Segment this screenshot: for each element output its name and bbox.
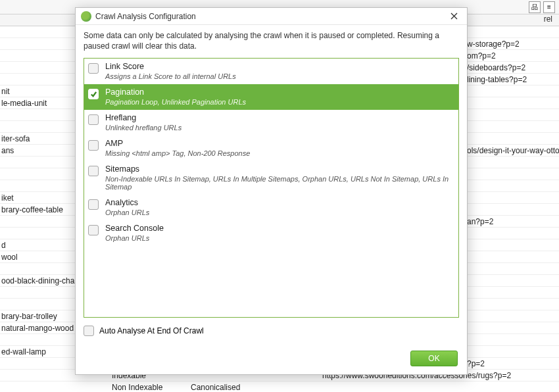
- dialog-titlebar: Crawl Analysis Configuration: [76, 8, 467, 25]
- option-checkbox[interactable]: [88, 140, 99, 151]
- app-icon: [81, 11, 91, 22]
- option-subtitle: Orphan URLs: [105, 208, 453, 216]
- cell-left: nit: [0, 87, 79, 96]
- option-link-score[interactable]: Link ScoreAssigns a Link Score to all in…: [84, 59, 458, 84]
- option-subtitle: Non-Indexable URLs In Sitemap, URLs In M…: [105, 175, 453, 191]
- cell-left: ed-wall-lamp: [0, 347, 79, 356]
- cell-indexable: Non Indexable: [79, 383, 191, 392]
- cell-left: brary-bar-trolley: [0, 312, 79, 321]
- option-checkbox[interactable]: [88, 225, 99, 235]
- option-label: Pagination: [105, 87, 453, 97]
- close-button[interactable]: [446, 9, 462, 24]
- option-subtitle: Unlinked hreflang URLs: [105, 124, 453, 132]
- column-header-right: rel: [544, 14, 552, 26]
- option-text: SitemapsNon-Indexable URLs In Sitemap, U…: [105, 164, 453, 191]
- option-label: AMP: [105, 139, 453, 148]
- option-label: Sitemaps: [105, 164, 453, 174]
- option-search-console[interactable]: Search ConsoleOrphan URLs: [84, 220, 458, 246]
- cell-left: natural-mango-wood: [0, 324, 79, 333]
- option-label: Link Score: [105, 62, 453, 71]
- option-analytics[interactable]: AnalyticsOrphan URLs: [84, 195, 458, 220]
- option-amp[interactable]: AMPMissing <html amp> Tag, Non-200 Respo…: [84, 135, 458, 161]
- cell-left: wool: [0, 253, 79, 262]
- cell-left: ood-black-dining-chai: [0, 276, 79, 285]
- option-sitemaps[interactable]: SitemapsNon-Indexable URLs In Sitemap, U…: [84, 161, 458, 195]
- option-subtitle: Orphan URLs: [105, 234, 453, 242]
- options-list: Link ScoreAssigns a Link Score to all in…: [84, 58, 459, 318]
- crawl-analysis-dialog: Crawl Analysis Configuration Some data c…: [75, 7, 468, 375]
- option-text: Link ScoreAssigns a Link Score to all in…: [105, 62, 453, 80]
- option-label: Search Console: [105, 224, 453, 233]
- option-subtitle: Pagination Loop, Unlinked Pagination URL…: [105, 98, 453, 106]
- option-subtitle: Assigns a Link Score to all internal URL…: [105, 72, 453, 80]
- option-text: AnalyticsOrphan URLs: [105, 198, 453, 216]
- option-text: Search ConsoleOrphan URLs: [105, 224, 453, 242]
- option-text: HreflangUnlinked hreflang URLs: [105, 113, 453, 132]
- list-icon[interactable]: ≡: [543, 1, 555, 13]
- option-subtitle: Missing <html amp> Tag, Non-200 Response: [105, 149, 453, 157]
- option-checkbox[interactable]: [88, 199, 99, 210]
- ok-button[interactable]: OK: [410, 351, 458, 366]
- dialog-buttons: OK: [76, 341, 467, 374]
- option-checkbox[interactable]: [88, 89, 99, 99]
- cell-canon: Canonicalised: [191, 383, 322, 392]
- option-checkbox[interactable]: [88, 166, 99, 176]
- option-label: Hreflang: [105, 113, 453, 122]
- cell-left: ans: [0, 146, 79, 155]
- cell-left: le-media-unit: [0, 99, 79, 108]
- option-hreflang[interactable]: HreflangUnlinked hreflang URLs: [84, 110, 458, 135]
- auto-analyse-checkbox[interactable]: [84, 326, 94, 336]
- dialog-title: Crawl Analysis Configuration: [95, 12, 446, 21]
- option-text: PaginationPagination Loop, Unlinked Pagi…: [105, 87, 453, 106]
- option-checkbox[interactable]: [88, 114, 99, 125]
- cell-left: d: [0, 241, 79, 250]
- option-text: AMPMissing <html amp> Tag, Non-200 Respo…: [105, 139, 453, 157]
- option-checkbox[interactable]: [88, 63, 99, 74]
- option-label: Analytics: [105, 198, 453, 207]
- ok-button-label: OK: [428, 354, 439, 363]
- cell-left: iket: [0, 193, 79, 203]
- dialog-description: Some data can only be calculated by anal…: [76, 25, 467, 58]
- cell-left: iter-sofa: [0, 134, 79, 143]
- sitemap-icon[interactable]: 品: [529, 1, 541, 13]
- auto-analyse-row[interactable]: Auto Analyse At End Of Crawl: [76, 318, 467, 336]
- option-pagination[interactable]: PaginationPagination Loop, Unlinked Pagi…: [84, 84, 458, 110]
- table-row[interactable]: Non IndexableCanonicalised: [0, 381, 559, 392]
- close-icon: [450, 12, 458, 20]
- auto-analyse-label: Auto Analyse At End Of Crawl: [99, 326, 204, 335]
- cell-left: brary-coffee-table: [0, 205, 79, 214]
